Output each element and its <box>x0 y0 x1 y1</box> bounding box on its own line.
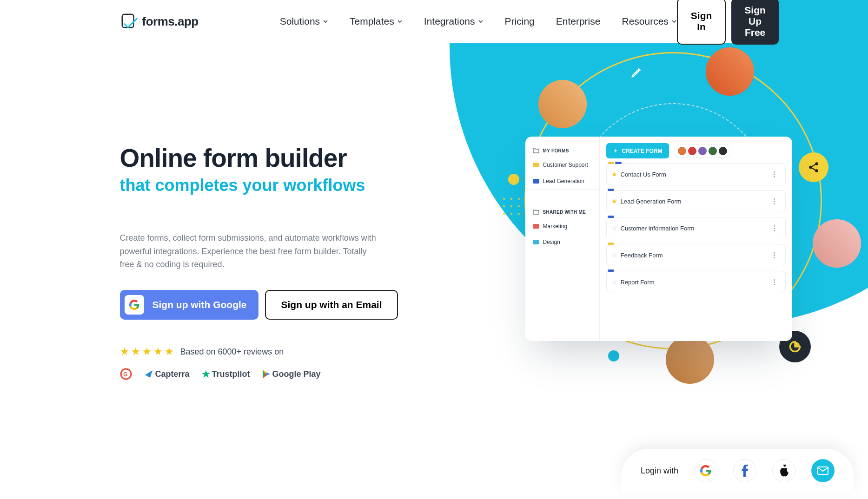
kebab-icon[interactable] <box>770 251 779 259</box>
shared-folder-icon <box>533 209 539 215</box>
form-row[interactable]: ☆Report Form <box>606 271 786 293</box>
folder-icon <box>533 224 539 229</box>
avatar <box>813 219 861 268</box>
hero-copy: Online form builder that completes your … <box>120 145 417 380</box>
star-icon[interactable]: ★ <box>611 197 617 205</box>
folder-icon <box>533 240 539 244</box>
folder-label: Design <box>543 239 560 245</box>
chevron-down-icon <box>323 19 328 24</box>
nav-integrations[interactable]: Integrations <box>424 16 484 27</box>
capterra-label: Capterra <box>155 369 190 379</box>
avatar <box>719 147 727 155</box>
my-forms-header: MY FORMS <box>533 148 592 153</box>
chevron-down-icon <box>478 19 484 24</box>
orbit-dot <box>508 174 519 185</box>
dashboard-main: ＋ CREATE FORM ★Contact Us Form★Lead Gene… <box>600 137 792 341</box>
folder-item[interactable]: Lead Generation <box>525 173 599 190</box>
nav-links: Solutions Templates Integrations Pricing… <box>280 16 677 27</box>
review-capterra[interactable]: Capterra <box>144 369 190 379</box>
logo-icon <box>120 13 138 30</box>
svg-text:G: G <box>123 371 127 378</box>
kebab-icon[interactable] <box>770 197 779 205</box>
folder-label: Lead Generation <box>543 178 584 184</box>
chevron-down-icon <box>671 19 677 24</box>
hero-section: Online form builder that completes your … <box>101 43 767 380</box>
form-row[interactable]: ★Contact Us Form <box>606 163 786 185</box>
review-sources: G G2 Capterra ★ Trustpilot <box>120 368 417 380</box>
folder-item[interactable]: Design <box>525 234 599 250</box>
form-row[interactable]: ☆Feedback Form <box>606 244 786 266</box>
folder-icon <box>533 179 539 184</box>
nav-label: Enterprise <box>556 16 601 27</box>
hero-description: Create forms, collect form submissions, … <box>120 231 380 271</box>
shared-label: SHARED WITH ME <box>543 210 586 215</box>
folder-item[interactable]: Marketing <box>525 218 599 234</box>
avatar <box>706 47 754 96</box>
folder-label: Marketing <box>543 223 568 230</box>
headline: Online form builder <box>120 145 417 172</box>
kebab-icon[interactable] <box>770 170 779 178</box>
form-title: Customer Information Form <box>621 225 695 232</box>
review-googleplay[interactable]: Google Play <box>262 369 321 379</box>
pencil-icon <box>623 59 650 86</box>
nav-label: Pricing <box>505 16 535 27</box>
cta-row: Sign up with Google Sign up with an Emai… <box>120 290 417 320</box>
share-icon <box>799 152 828 182</box>
dashboard-preview: MY FORMS Customer SupportLead Generation… <box>525 137 792 341</box>
row-tags <box>608 269 614 272</box>
folder-label: Customer Support <box>543 162 588 168</box>
star-icon[interactable]: ★ <box>611 171 617 178</box>
sign-in-button[interactable]: Sign In <box>677 0 726 45</box>
trustpilot-label: Trustpilot <box>212 369 250 379</box>
avatar <box>709 147 717 155</box>
nav-pricing[interactable]: Pricing <box>505 16 535 27</box>
row-tags <box>608 162 622 164</box>
capterra-icon <box>144 369 153 379</box>
nav-enterprise[interactable]: Enterprise <box>556 16 601 27</box>
svg-rect-0 <box>122 14 133 28</box>
signup-google-button[interactable]: Sign up with Google <box>120 290 259 320</box>
folder-icon <box>533 148 539 153</box>
row-tags <box>608 189 614 191</box>
star-icon[interactable]: ☆ <box>611 224 617 232</box>
form-row[interactable]: ★Lead Generation Form <box>606 190 786 212</box>
avatar <box>538 80 587 128</box>
my-forms-label: MY FORMS <box>543 148 569 153</box>
nav-resources[interactable]: Resources <box>622 16 676 27</box>
kebab-icon[interactable] <box>770 278 779 286</box>
googleplay-icon <box>262 369 271 379</box>
form-title: Lead Generation Form <box>621 198 682 205</box>
signup-email-button[interactable]: Sign up with an Email <box>265 290 398 320</box>
cta-google-label: Sign up with Google <box>152 299 247 310</box>
review-trustpilot[interactable]: ★ Trustpilot <box>202 368 250 380</box>
create-form-button[interactable]: ＋ CREATE FORM <box>606 143 669 158</box>
star-icon[interactable]: ☆ <box>611 278 617 286</box>
nav-actions: Sign In Sign Up Free <box>677 0 779 45</box>
nav-label: Resources <box>622 16 668 27</box>
folder-item[interactable]: Customer Support <box>525 157 599 173</box>
shared-header: SHARED WITH ME <box>533 209 592 215</box>
brand-name: forms.app <box>142 14 199 29</box>
form-title: Feedback Form <box>621 252 663 259</box>
nav-label: Templates <box>350 16 394 27</box>
form-row[interactable]: ☆Customer Information Form <box>606 217 786 239</box>
dashboard-sidebar: MY FORMS Customer SupportLead Generation… <box>525 137 600 341</box>
star-icon[interactable]: ☆ <box>611 251 617 259</box>
googleplay-label: Google Play <box>272 369 321 379</box>
nav-templates[interactable]: Templates <box>350 16 403 27</box>
rating-text: Based on 6000+ reviews on <box>180 347 284 357</box>
avatar <box>678 147 686 155</box>
collaborator-avatars[interactable] <box>675 144 730 158</box>
brand-logo[interactable]: forms.app <box>120 13 199 30</box>
top-nav: forms.app Solutions Templates Integratio… <box>101 0 767 43</box>
nav-solutions[interactable]: Solutions <box>280 16 328 27</box>
review-g2[interactable]: G G2 <box>120 368 132 380</box>
avatar <box>688 147 696 155</box>
headline-sub: that completes your workflows <box>120 176 417 195</box>
google-icon <box>125 295 144 315</box>
hero-graphic: MY FORMS Customer SupportLead Generation… <box>417 145 749 380</box>
form-title: Contact Us Form <box>621 171 666 178</box>
sign-up-free-button[interactable]: Sign Up Free <box>731 0 779 45</box>
kebab-icon[interactable] <box>770 224 779 232</box>
g2-icon: G <box>120 368 132 380</box>
